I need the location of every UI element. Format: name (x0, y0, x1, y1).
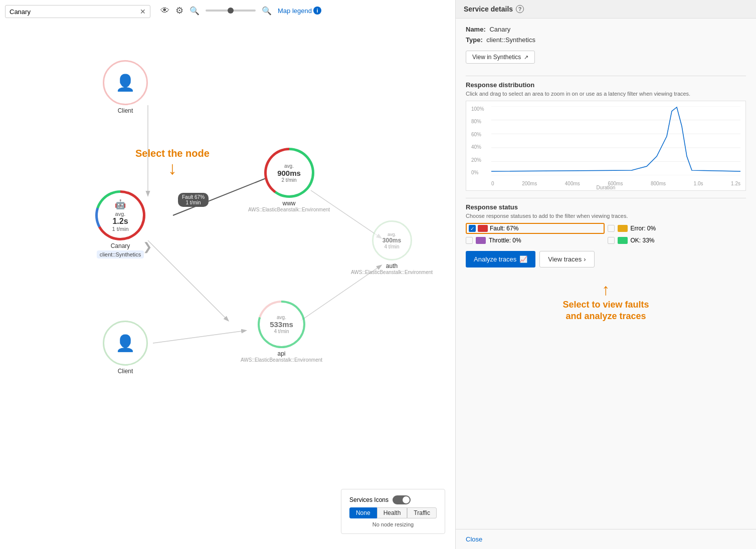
panel-title: Service details (464, 5, 513, 13)
api-tpm: 4 t/min (274, 329, 289, 334)
auth-circle: avg. 300ms 4 t/min (372, 220, 412, 260)
chart-y-axis: 100% 80% 60% 40% 20% 0% (471, 106, 484, 175)
action-buttons: Analyze traces 📈 View traces › (466, 251, 746, 267)
node-auth[interactable]: avg. 300ms 4 t/min auth AWS::ElasticBean… (351, 220, 433, 275)
view-synthetics-label: View in Synthetics (472, 54, 521, 61)
name-value: Canary (489, 26, 510, 33)
type-value: client::Synthetics (486, 36, 535, 44)
graph-panel: ✕ 👁 ⚙ 🔍 🔍 Map legend i (0, 0, 455, 549)
node-canary[interactable]: 🤖 avg. 1.2s 1 t/min Canary client::Synth… (95, 190, 145, 258)
bottom-legend: Services Icons None Health Traffic No no… (341, 489, 445, 534)
node-client-bottom[interactable]: 👤 Client (103, 321, 148, 375)
settings-icon[interactable]: ⚙ (175, 5, 183, 16)
chart-x-axis: 0 200ms 400ms 600ms 800ms 1.0s 1.2s (491, 181, 740, 186)
response-distribution-chart[interactable]: 100% 80% 60% 40% 20% 0% 0 20 (466, 101, 746, 191)
toggle-bg (393, 495, 411, 504)
auth-avg: avg. (388, 232, 396, 237)
ok-checkbox[interactable] (608, 237, 615, 244)
divider-2 (466, 198, 746, 198)
help-icon[interactable]: ? (516, 5, 524, 13)
throttle-checkbox[interactable] (466, 237, 473, 244)
response-distribution-title: Response distribution (466, 81, 746, 89)
throttle-color (476, 237, 486, 244)
client-top-icon: 👤 (115, 73, 135, 92)
toggle-knob (403, 496, 410, 503)
select-node-annotation: Select the node ↓ (135, 148, 210, 177)
type-label: Type: (466, 36, 483, 44)
btn-health[interactable]: Health (377, 507, 408, 518)
panel-content: Name: Canary Type: client::Synthetics Vi… (456, 19, 756, 335)
services-icons-toggle[interactable] (393, 495, 411, 504)
view-traces-button[interactable]: View traces › (539, 251, 594, 267)
map-legend-button[interactable]: Map legend i (278, 7, 321, 15)
annotation-text: Select to view faultsand analyze traces (562, 299, 649, 323)
right-nav-arrow[interactable]: ❯ (143, 240, 152, 253)
www-speed: 900ms (277, 169, 301, 177)
api-sublabel: AWS::ElasticBeanstalk::Environment (241, 357, 322, 363)
fault-color (478, 225, 488, 232)
chart-svg (491, 106, 740, 175)
zoom-out-icon[interactable]: 🔍 (190, 6, 200, 16)
name-row: Name: Canary (466, 26, 746, 33)
canary-sublabel: client::Synthetics (97, 250, 144, 258)
view-mode-group: None Health Traffic (349, 507, 437, 518)
annotation-section: ↑ Select to view faultsand analyze trace… (466, 276, 746, 328)
select-node-arrow-icon: ↓ (168, 159, 177, 177)
search-bar: ✕ (5, 5, 150, 18)
fault-checkbox[interactable]: ✓ (469, 225, 476, 232)
canary-circle: 🤖 avg. 1.2s 1 t/min (95, 190, 145, 240)
external-link-icon: ↗ (524, 54, 528, 61)
throttle-label: Throttle: 0% (489, 237, 521, 244)
client-bottom-label: Client (118, 368, 133, 375)
clear-search-button[interactable]: ✕ (140, 8, 146, 16)
node-api[interactable]: avg. 533ms 4 t/min api AWS::ElasticBeans… (241, 301, 322, 363)
www-circle: avg. 900ms 2 t/min (264, 148, 314, 198)
close-button[interactable]: Close (456, 529, 756, 549)
status-fault[interactable]: ✓ Fault: 67% (466, 223, 605, 234)
ok-label: OK: 33% (631, 237, 655, 244)
chart-x-label: Duration (597, 185, 616, 190)
eye-icon[interactable]: 👁 (160, 6, 169, 16)
canary-tpm: 1 t/min (112, 226, 128, 232)
zoom-in-icon[interactable]: 🔍 (262, 6, 272, 16)
auth-tpm: 4 t/min (385, 244, 400, 249)
status-error[interactable]: Error: 0% (608, 223, 746, 234)
error-checkbox[interactable] (608, 225, 615, 232)
svg-line-3 (148, 240, 228, 321)
api-avg: avg. (277, 315, 286, 320)
map-legend-info-icon: i (313, 7, 321, 15)
fault-label: Fault: 67% (490, 225, 518, 232)
canary-label: Canary (111, 242, 130, 249)
panel-header: Service details ? (456, 0, 756, 19)
auth-speed: 300ms (383, 237, 401, 244)
btn-none[interactable]: None (349, 507, 377, 518)
status-throttle[interactable]: Throttle: 0% (466, 237, 605, 244)
divider-1 (466, 76, 746, 76)
fault-badge-label: Fault 67% (182, 194, 205, 200)
auth-label: auth (386, 262, 398, 269)
analyze-traces-label: Analyze traces (474, 255, 516, 263)
name-label: Name: (466, 26, 486, 33)
client-top-circle: 👤 (103, 60, 148, 105)
canary-avg: avg. (115, 211, 126, 217)
annotation-arrow-icon: ↑ (602, 281, 610, 299)
error-color (618, 225, 628, 232)
status-grid: ✓ Fault: 67% Error: 0% Throttle: 0% (466, 223, 746, 244)
response-distribution-desc: Click and drag to select an area to zoom… (466, 91, 746, 97)
services-icons-label: Services Icons (349, 496, 389, 503)
response-status-title: Response status (466, 203, 746, 211)
error-label: Error: 0% (631, 225, 656, 232)
ok-color (618, 237, 628, 244)
api-speed: 533ms (270, 320, 293, 329)
node-www[interactable]: avg. 900ms 2 t/min www AWS::ElasticBeans… (248, 148, 330, 212)
view-synthetics-button[interactable]: View in Synthetics ↗ (466, 51, 535, 64)
svg-line-4 (153, 331, 246, 343)
www-label: www (283, 200, 296, 207)
btn-traffic[interactable]: Traffic (407, 507, 437, 518)
status-ok[interactable]: OK: 33% (608, 237, 746, 244)
zoom-slider[interactable] (206, 10, 256, 12)
node-client-top[interactable]: 👤 Client (103, 60, 148, 114)
fault-badge: Fault 67% 1 t/min (178, 193, 209, 207)
search-input[interactable] (10, 8, 138, 16)
analyze-traces-button[interactable]: Analyze traces 📈 (466, 251, 535, 267)
